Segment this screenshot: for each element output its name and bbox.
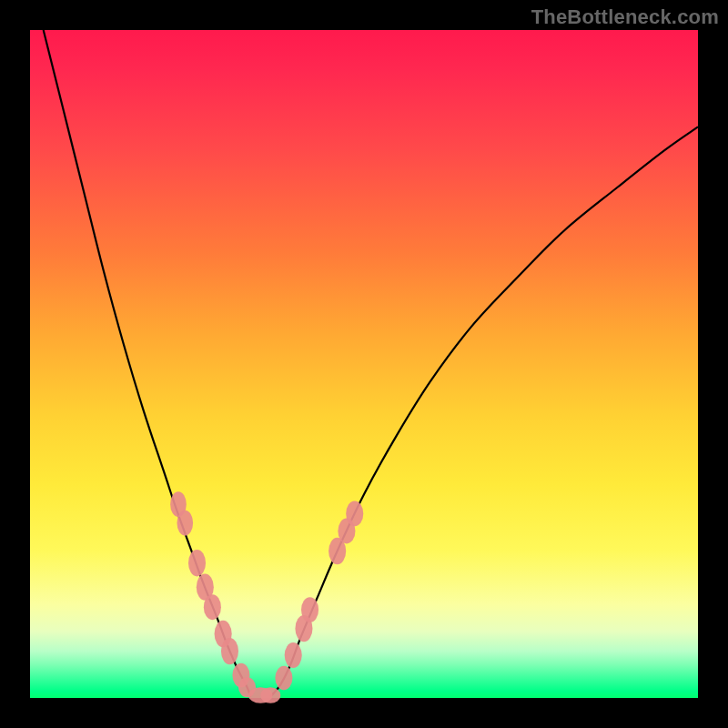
bead-marker [188,550,206,576]
bead-group [170,491,363,703]
bead-marker [285,642,302,668]
chart-frame: TheBottleneck.com [0,0,728,728]
bead-marker [346,500,363,526]
watermark-text: TheBottleneck.com [531,5,719,29]
bead-marker [301,597,318,622]
plot-area [30,30,698,698]
bead-marker [177,511,193,536]
right-curve [270,126,698,696]
curve-group [44,30,698,697]
bead-marker [260,687,280,703]
bead-marker [204,594,221,620]
bead-marker [221,638,238,664]
curves-svg [30,30,698,698]
bead-marker [275,666,292,690]
left-curve [44,30,251,697]
